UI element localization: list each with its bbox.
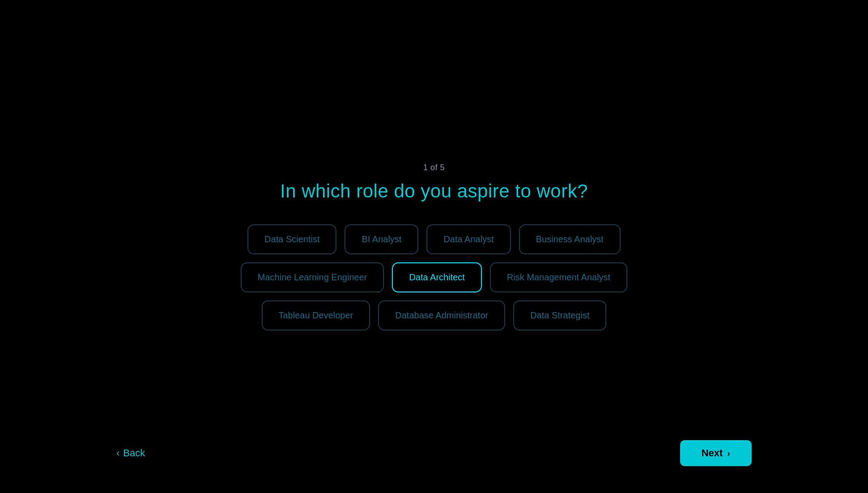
option-risk-management-analyst[interactable]: Risk Management Analyst: [490, 262, 627, 292]
option-data-architect[interactable]: Data Architect: [392, 262, 482, 292]
bottom-nav: ‹ Back Next ›: [0, 440, 868, 466]
options-grid: Data Scientist BI Analyst Data Analyst B…: [241, 224, 627, 330]
next-label: Next: [702, 447, 723, 459]
option-tableau-developer[interactable]: Tableau Developer: [262, 300, 370, 330]
chevron-left-icon: ‹: [116, 447, 119, 459]
back-button[interactable]: ‹ Back: [116, 447, 145, 459]
back-label: Back: [123, 447, 145, 459]
option-bi-analyst[interactable]: BI Analyst: [345, 224, 418, 254]
options-row-2: Machine Learning Engineer Data Architect…: [241, 262, 627, 292]
option-ml-engineer[interactable]: Machine Learning Engineer: [241, 262, 384, 292]
options-row-1: Data Scientist BI Analyst Data Analyst B…: [247, 224, 621, 254]
option-data-strategist[interactable]: Data Strategist: [513, 300, 606, 330]
option-data-scientist[interactable]: Data Scientist: [247, 224, 336, 254]
chevron-right-icon: ›: [727, 448, 730, 459]
option-data-analyst[interactable]: Data Analyst: [426, 224, 511, 254]
question-title: In which role do you aspire to work?: [280, 180, 588, 202]
next-button[interactable]: Next ›: [680, 440, 752, 466]
step-indicator: 1 of 5: [423, 163, 445, 172]
options-row-3: Tableau Developer Database Administrator…: [262, 300, 607, 330]
main-content: 1 of 5 In which role do you aspire to wo…: [0, 163, 868, 330]
option-business-analyst[interactable]: Business Analyst: [519, 224, 621, 254]
option-database-administrator[interactable]: Database Administrator: [378, 300, 505, 330]
